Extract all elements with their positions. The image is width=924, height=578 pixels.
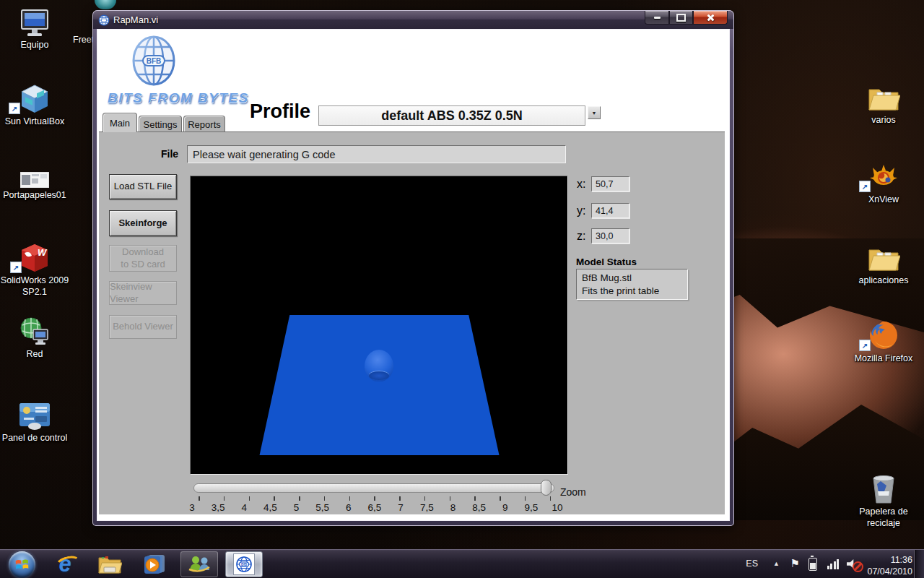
language-indicator[interactable]: ES <box>746 558 758 569</box>
model-status-line: BfB Mug.stl <box>582 272 682 285</box>
behold-viewer-button: Behold Viewer <box>109 315 177 339</box>
model-viewport[interactable] <box>190 176 568 475</box>
desktop-icon-panel-control[interactable]: Panel de control <box>0 399 69 444</box>
profile-dropdown[interactable]: default ABS 0.35Z 0.5N <box>318 105 585 126</box>
desktop-icon-solidworks[interactable]: W ↗ SolidWorks 2009 SP2.1 <box>0 241 69 298</box>
desktop-icon-xnview[interactable]: ↗ XnView <box>849 160 918 206</box>
shortcut-arrow-icon: ↗ <box>859 340 871 351</box>
tray-expand-icon[interactable]: ▲ <box>773 560 780 567</box>
button-label: Download <box>122 246 164 259</box>
desktop-icon-portapapeles[interactable]: Portapapeles01 <box>0 156 69 202</box>
battery-icon[interactable] <box>808 558 817 571</box>
control-panel-icon <box>0 399 69 431</box>
button-label: to SD card <box>121 259 165 271</box>
zoom-slider-label: Zoom <box>560 486 586 498</box>
bfb-monogram: BfB <box>241 563 248 566</box>
tick-mark <box>249 496 250 501</box>
download-sd-button: Download to SD card <box>109 245 177 272</box>
desktop-icon-label: Red <box>0 349 69 361</box>
desktop: Equipo ↗ Sun VirtualBox Portapapeles01 W… <box>0 0 924 578</box>
button-label: Skeinview Viewer <box>110 281 176 306</box>
taskbar-media-player-button[interactable] <box>136 551 173 577</box>
tab-reports[interactable]: Reports <box>183 116 225 132</box>
tick-label: 3,5 <box>212 502 225 513</box>
tick-label: 7 <box>394 502 407 513</box>
tick-label: 8,5 <box>472 502 486 513</box>
desktop-icon-firefox[interactable]: ↗ Mozilla Firefox <box>849 319 918 365</box>
zoom-slider-thumb[interactable] <box>541 480 552 496</box>
load-stl-button[interactable]: Load STL File <box>109 174 177 199</box>
solidworks-icon: W ↗ <box>0 241 69 273</box>
tick-mark <box>324 496 326 501</box>
tick-mark <box>450 496 451 501</box>
desktop-icon-label: Panel de control <box>0 433 69 444</box>
tick-label: 9 <box>499 502 512 513</box>
shortcut-arrow-icon: ↗ <box>10 262 22 273</box>
taskbar: e BfB ES ▲ ⚑ 11:36 07/04/2010 <box>0 549 924 578</box>
hidden-desktop-icon <box>95 0 116 9</box>
tick-label: 4,5 <box>263 502 277 513</box>
computer-icon <box>0 6 69 38</box>
zoom-slider-tick-labels: 33,544,555,566,577,588,599,510 <box>186 502 564 513</box>
z-coord-label: z: <box>577 230 585 243</box>
action-center-flag-icon[interactable]: ⚑ <box>790 557 800 570</box>
folder-icon <box>97 554 122 574</box>
desktop-icon-label: Mozilla Firefox <box>849 353 918 365</box>
x-coord-field[interactable]: 50,7 <box>591 176 629 191</box>
recycle-bin-icon <box>849 473 918 504</box>
show-desktop-button[interactable] <box>914 550 924 578</box>
tick-mark <box>349 496 351 501</box>
tray-clock[interactable]: 11:36 07/04/2010 <box>855 553 912 578</box>
tick-mark <box>374 496 375 501</box>
taskbar-messenger-button[interactable] <box>180 551 218 577</box>
network-signal-icon[interactable] <box>827 559 840 569</box>
skeinforge-button[interactable]: Skeinforge <box>109 210 177 236</box>
start-button[interactable] <box>3 551 40 577</box>
z-coord-field[interactable]: 30,0 <box>591 228 629 243</box>
tick-label: 7,5 <box>420 502 434 513</box>
tick-label: 10 <box>551 502 564 513</box>
bfb-monogram: BFB <box>147 57 162 65</box>
maximize-button[interactable] <box>669 11 693 25</box>
tab-main[interactable]: Main <box>103 113 137 132</box>
tick-mark <box>224 496 225 501</box>
folder-icon <box>849 81 918 113</box>
print-table <box>191 176 567 474</box>
file-field[interactable]: Please wait generating G code <box>187 145 566 163</box>
tick-label: 3 <box>186 502 199 513</box>
tab-settings[interactable]: Settings <box>139 116 182 132</box>
zoom-slider-track[interactable] <box>193 483 554 493</box>
desktop-icon-equipo[interactable]: Equipo <box>0 6 69 51</box>
tick-label: 8 <box>446 502 459 513</box>
firefox-icon: ↗ <box>849 319 918 351</box>
model-status-line: Fits the print table <box>582 285 682 298</box>
shortcut-arrow-icon: ↗ <box>9 103 20 114</box>
media-player-icon <box>143 553 166 575</box>
tray-date: 07/04/2010 <box>855 566 912 577</box>
profile-dropdown-button[interactable]: ▼ <box>588 106 601 119</box>
y-coord-label: y: <box>577 204 585 217</box>
minimize-icon <box>654 17 661 19</box>
bfb-app-icon <box>98 14 110 26</box>
close-button[interactable] <box>693 11 728 25</box>
desktop-icon-red[interactable]: Red <box>0 315 69 361</box>
tick-label: 4 <box>237 502 250 513</box>
desktop-icon-recycle-bin[interactable]: Papelera de reciclaje <box>849 473 918 529</box>
tick-mark <box>474 496 476 501</box>
desktop-icon-virtualbox[interactable]: ↗ Sun VirtualBox <box>0 82 69 128</box>
x-coord-label: x: <box>577 178 585 191</box>
tick-mark <box>399 496 401 501</box>
taskbar-explorer-button[interactable] <box>91 551 128 577</box>
y-coord-field[interactable]: 41,4 <box>591 203 629 218</box>
desktop-icon-label: Portapapeles01 <box>0 190 69 202</box>
desktop-icon-varios[interactable]: varios <box>849 81 918 126</box>
taskbar-rapman-button[interactable]: BfB <box>225 551 263 577</box>
svg-text:W: W <box>38 247 48 258</box>
minimize-button[interactable] <box>645 11 669 25</box>
window-titlebar[interactable]: RapMan.vi <box>93 11 733 29</box>
tick-mark <box>274 496 275 501</box>
desktop-icon-aplicaciones[interactable]: aplicaciones <box>849 241 918 287</box>
skeinview-viewer-button: Skeinview Viewer <box>109 281 177 305</box>
rapman-window: RapMan.vi BFB BITS FROM BYTES Profile de… <box>92 10 734 526</box>
taskbar-ie-button[interactable]: e <box>46 551 84 577</box>
